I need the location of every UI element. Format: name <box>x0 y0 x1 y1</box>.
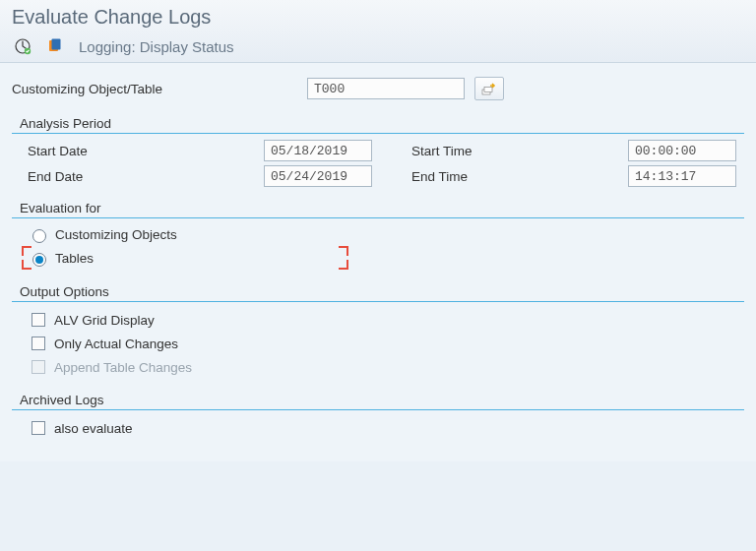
content-area: Customizing Object/Table Analysis Period… <box>0 63 756 461</box>
svg-rect-3 <box>52 39 61 50</box>
output-options-group: Output Options ALV Grid Display Only Act… <box>12 280 744 389</box>
separator <box>12 133 744 134</box>
start-date-input[interactable] <box>264 140 372 161</box>
start-time-label: Start Time <box>411 144 628 158</box>
also-evaluate-label: also evaluate <box>54 421 133 436</box>
append-table-row: Append Table Changes <box>12 355 744 379</box>
end-time-label: End Time <box>411 169 628 184</box>
also-evaluate-checkbox[interactable] <box>32 421 45 435</box>
end-date-label: End Date <box>28 169 264 184</box>
evaluation-for-group: Evaluation for Customizing Objects Table… <box>12 197 744 280</box>
end-date-input[interactable] <box>264 165 372 187</box>
customizing-object-label: Customizing Object/Table <box>12 82 307 96</box>
multiple-selection-button[interactable] <box>474 77 504 100</box>
toolbar: Logging: Display Status <box>12 32 744 60</box>
analysis-period-group: Analysis Period Start Date Start Time En… <box>12 112 744 197</box>
only-actual-checkbox[interactable] <box>32 337 45 350</box>
append-table-label: Append Table Changes <box>54 360 192 375</box>
separator <box>12 217 744 218</box>
separator <box>12 409 744 410</box>
append-table-checkbox <box>32 360 45 374</box>
customizing-object-input[interactable] <box>307 78 465 99</box>
also-evaluate-row[interactable]: also evaluate <box>12 416 744 440</box>
radio-customizing-objects[interactable] <box>32 229 46 243</box>
separator <box>12 301 744 302</box>
radio-tables-label: Tables <box>55 251 94 266</box>
status-icon[interactable] <box>43 36 65 56</box>
radio-customizing-row[interactable]: Customizing Objects <box>12 224 744 245</box>
radio-customizing-label: Customizing Objects <box>55 227 177 242</box>
alv-grid-checkbox[interactable] <box>32 313 45 327</box>
only-actual-label: Only Actual Changes <box>54 337 178 351</box>
radio-tables-row[interactable]: Tables <box>12 245 744 271</box>
evaluation-for-title: Evaluation for <box>12 197 744 217</box>
output-options-title: Output Options <box>12 280 744 301</box>
start-date-label: Start Date <box>28 144 264 158</box>
radio-tables[interactable] <box>32 253 46 267</box>
end-time-input[interactable] <box>628 165 736 187</box>
toolbar-subtitle: Logging: Display Status <box>79 38 234 55</box>
archived-logs-title: Archived Logs <box>12 389 744 409</box>
start-time-input[interactable] <box>628 140 736 161</box>
execute-icon[interactable] <box>12 36 33 56</box>
alv-grid-row[interactable]: ALV Grid Display <box>12 308 744 332</box>
alv-grid-label: ALV Grid Display <box>54 313 155 328</box>
customizing-object-row: Customizing Object/Table <box>12 69 744 112</box>
page-title: Evaluate Change Logs <box>12 4 744 32</box>
only-actual-row[interactable]: Only Actual Changes <box>12 332 744 355</box>
archived-logs-group: Archived Logs also evaluate <box>12 389 744 450</box>
header: Evaluate Change Logs Logging: Display St… <box>0 0 756 63</box>
svg-rect-5 <box>484 88 492 92</box>
analysis-period-title: Analysis Period <box>12 112 744 133</box>
